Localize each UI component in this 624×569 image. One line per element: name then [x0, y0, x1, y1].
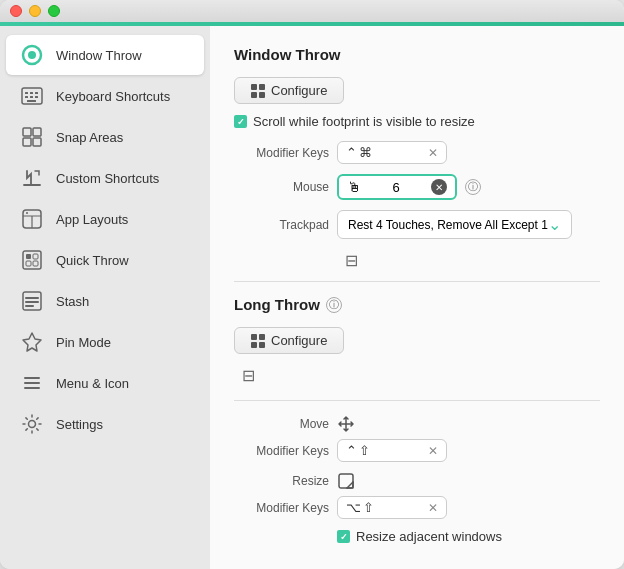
svg-rect-31 [259, 92, 265, 98]
svg-rect-15 [23, 251, 41, 269]
settings-icon [18, 410, 46, 438]
sliders-icon[interactable]: ⊟ [337, 249, 365, 271]
resize-label: Resize [234, 474, 329, 488]
trackpad-label: Trackpad [234, 218, 329, 232]
svg-rect-36 [339, 474, 353, 488]
long-throw-info-button[interactable]: ⓘ [326, 297, 342, 313]
content-area: Window Throw Keyboard Short [0, 26, 624, 569]
svg-rect-28 [251, 84, 257, 90]
section-divider [234, 281, 600, 282]
mouse-clear-button[interactable]: ✕ [431, 179, 447, 195]
app-layouts-icon [18, 205, 46, 233]
svg-rect-8 [35, 96, 38, 98]
configure-icon [251, 84, 265, 98]
sidebar: Window Throw Keyboard Short [0, 26, 210, 569]
scroll-checkbox-label: Scroll while footprint is visible to res… [253, 114, 475, 129]
modifier-keys-field[interactable]: ⌃⌘ ✕ [337, 141, 447, 164]
snap-areas-icon [18, 123, 46, 151]
mouse-value: 6 [392, 180, 399, 195]
sidebar-item-window-throw[interactable]: Window Throw [6, 35, 204, 75]
trackpad-arrow-icon: ⌄ [548, 215, 561, 234]
modifier-keys-label: Modifier Keys [234, 146, 329, 160]
svg-rect-4 [30, 92, 33, 94]
mouse-icon: 🖱 [347, 179, 361, 195]
sidebar-label-pin-mode: Pin Mode [56, 335, 111, 350]
sidebar-label-window-throw: Window Throw [56, 48, 142, 63]
svg-rect-13 [33, 138, 41, 146]
mouse-info-button[interactable]: ⓘ [465, 179, 481, 195]
pin-mode-icon [18, 328, 46, 356]
menu-icon-icon [18, 369, 46, 397]
long-throw-configure-button[interactable]: Configure [234, 327, 344, 354]
custom-shortcuts-icon [18, 164, 46, 192]
mouse-label: Mouse [234, 180, 329, 194]
move-modifier-keys-row: Modifier Keys ⌃⇧ ✕ [234, 439, 600, 462]
sidebar-item-settings[interactable]: Settings [6, 404, 204, 444]
minimize-button[interactable] [29, 5, 41, 17]
sidebar-item-custom-shortcuts[interactable]: Custom Shortcuts [6, 158, 204, 198]
svg-rect-34 [251, 342, 257, 348]
svg-rect-6 [25, 96, 28, 98]
move-label: Move [234, 417, 329, 431]
svg-rect-18 [26, 261, 31, 266]
svg-rect-11 [33, 128, 41, 136]
svg-point-27 [29, 421, 36, 428]
scroll-checkbox[interactable] [234, 115, 247, 128]
sidebar-item-menu-icon[interactable]: Menu & Icon [6, 363, 204, 403]
sidebar-label-app-layouts: App Layouts [56, 212, 128, 227]
svg-rect-29 [259, 84, 265, 90]
title-bar [0, 0, 624, 22]
svg-rect-26 [24, 387, 40, 389]
svg-rect-12 [23, 138, 31, 146]
move-modifier-clear-button[interactable]: ✕ [428, 444, 438, 458]
trackpad-row: Trackpad Rest 4 Touches, Remove All Exce… [234, 210, 600, 239]
svg-rect-19 [33, 261, 38, 266]
sidebar-item-keyboard-shortcuts[interactable]: Keyboard Shortcuts [6, 76, 204, 116]
trackpad-value: Rest 4 Touches, Remove All Except 1 [348, 218, 548, 232]
sidebar-label-keyboard-shortcuts: Keyboard Shortcuts [56, 89, 170, 104]
maximize-button[interactable] [48, 5, 60, 17]
sidebar-label-custom-shortcuts: Custom Shortcuts [56, 171, 159, 186]
keyboard-shortcuts-icon [18, 82, 46, 110]
resize-modifier-keys-row: Modifier Keys ⌥⇧ ✕ [234, 496, 600, 519]
svg-point-1 [28, 51, 36, 59]
sidebar-label-stash: Stash [56, 294, 89, 309]
svg-rect-3 [25, 92, 28, 94]
long-throw-configure-icon [251, 334, 265, 348]
move-modifier-keys-field[interactable]: ⌃⇧ ✕ [337, 439, 447, 462]
svg-rect-33 [259, 334, 265, 340]
modifier-keys-clear-button[interactable]: ✕ [428, 146, 438, 160]
resize-adjacent-checkbox[interactable] [337, 530, 350, 543]
resize-modifier-clear-button[interactable]: ✕ [428, 501, 438, 515]
configure-label: Configure [271, 83, 327, 98]
close-button[interactable] [10, 5, 22, 17]
window-throw-icon [18, 41, 46, 69]
sidebar-item-app-layouts[interactable]: App Layouts [6, 199, 204, 239]
quick-throw-icon [18, 246, 46, 274]
svg-rect-9 [27, 100, 36, 102]
configure-button[interactable]: Configure [234, 77, 344, 104]
svg-rect-25 [24, 382, 40, 384]
resize-icon [337, 472, 355, 490]
svg-rect-24 [24, 377, 40, 379]
long-throw-divider [234, 400, 600, 401]
sidebar-label-settings: Settings [56, 417, 103, 432]
svg-rect-35 [259, 342, 265, 348]
long-throw-sliders-icon[interactable]: ⊟ [234, 364, 262, 386]
modifier-keys-row: Modifier Keys ⌃⌘ ✕ [234, 141, 600, 164]
resize-adjacent-label: Resize adjacent windows [356, 529, 502, 544]
trackpad-select[interactable]: Rest 4 Touches, Remove All Except 1 ⌄ [337, 210, 572, 239]
app-window: Window Throw Keyboard Short [0, 0, 624, 569]
stash-icon [18, 287, 46, 315]
sidebar-label-quick-throw: Quick Throw [56, 253, 129, 268]
scroll-checkbox-row: Scroll while footprint is visible to res… [234, 114, 600, 129]
mouse-field[interactable]: 🖱 6 ✕ [337, 174, 457, 200]
sidebar-item-stash[interactable]: Stash [6, 281, 204, 321]
move-icon [337, 415, 355, 433]
sidebar-item-pin-mode[interactable]: Pin Mode [6, 322, 204, 362]
svg-rect-21 [25, 297, 39, 299]
svg-rect-23 [25, 305, 34, 307]
sidebar-item-snap-areas[interactable]: Snap Areas [6, 117, 204, 157]
resize-modifier-keys-field[interactable]: ⌥⇧ ✕ [337, 496, 447, 519]
sidebar-item-quick-throw[interactable]: Quick Throw [6, 240, 204, 280]
